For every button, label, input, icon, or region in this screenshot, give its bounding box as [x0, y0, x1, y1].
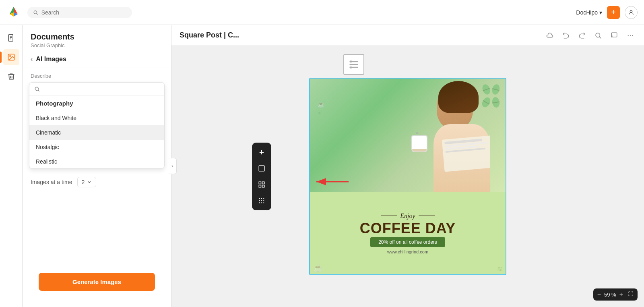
svg-point-12 — [596, 33, 600, 37]
canvas-tool-frame[interactable] — [254, 161, 269, 176]
zoom-level: 59 % — [604, 292, 616, 298]
canvas-tools — [544, 30, 636, 41]
svg-rect-27 — [259, 185, 261, 187]
poster-photo: ≋ — [310, 79, 506, 192]
document-title: Square Post | C... — [180, 31, 239, 39]
dropdown-search-icon — [34, 86, 40, 92]
main-layout: Documents Social Graphic ‹ AI Images Des… — [0, 25, 644, 307]
dropdown-option-cinematic[interactable]: Cinematic — [29, 125, 164, 140]
topbar-right: DocHipo ▾ + — [576, 6, 638, 19]
coffee-beans-deco — [483, 84, 500, 108]
style-dropdown[interactable]: Photography Black and White Cinematic No… — [29, 82, 165, 169]
enjoy-text: Enjoy — [381, 212, 434, 220]
svg-point-35 — [259, 202, 260, 203]
svg-point-33 — [261, 200, 262, 201]
search-input[interactable] — [41, 9, 126, 16]
cloud-save-icon[interactable] — [544, 30, 555, 41]
redo-icon[interactable] — [576, 30, 588, 41]
canvas-search-icon[interactable] — [592, 30, 604, 41]
ai-images-title: AI Images — [36, 56, 66, 63]
describe-label: Describe — [23, 68, 171, 81]
images-count-select[interactable]: 2 — [77, 177, 97, 187]
canvas-tool-add[interactable] — [254, 145, 269, 160]
chevron-down-icon: ▾ — [599, 9, 602, 16]
canvas-wrapper[interactable]: ≋ — [171, 46, 644, 307]
panel-header: Documents Social Graphic — [23, 25, 171, 51]
canvas-area: Square Post | C... — [171, 25, 644, 307]
dropdown-search-input[interactable] — [43, 86, 159, 92]
svg-point-17 — [632, 35, 633, 35]
search-bar[interactable] — [27, 7, 132, 18]
svg-point-34 — [263, 200, 264, 201]
pattern-icon[interactable] — [343, 54, 364, 75]
svg-point-9 — [9, 56, 10, 57]
dropdown-option-nostalgic[interactable]: Nostalgic — [29, 140, 164, 154]
svg-point-36 — [261, 202, 262, 203]
style-dropdown-container: Photography Black and White Cinematic No… — [29, 82, 165, 169]
back-button[interactable]: ‹ — [31, 56, 33, 63]
svg-point-16 — [630, 35, 631, 35]
svg-point-10 — [35, 87, 38, 90]
svg-point-31 — [263, 198, 264, 199]
website-text: www.chillingrind.com — [387, 249, 428, 254]
images-count-value: 2 — [82, 179, 85, 185]
generate-images-button[interactable]: Generate Images — [39, 273, 155, 291]
dochipo-label: DocHipo — [576, 9, 598, 16]
svg-line-11 — [38, 90, 39, 91]
svg-point-3 — [630, 10, 632, 12]
zoom-out-button[interactable]: − — [597, 291, 601, 298]
svg-rect-28 — [262, 185, 264, 187]
panel-subtitle: Social Graphic — [31, 42, 163, 48]
coffee-day-text: COFFEE DAY — [360, 221, 456, 236]
discount-badge: 20% off on all coffee orders — [370, 237, 445, 247]
dropdown-search-bar[interactable] — [29, 83, 164, 96]
logo[interactable] — [6, 4, 21, 21]
dropdown-list: Photography Black and White Cinematic No… — [29, 96, 164, 168]
dochipo-dropdown[interactable]: DocHipo ▾ — [576, 9, 602, 16]
images-at-a-time-row: Images at a time 2 — [23, 170, 171, 194]
canvas-topbar: Square Post | C... — [171, 25, 644, 46]
svg-point-29 — [259, 198, 260, 199]
chevron-down-icon — [87, 180, 92, 185]
dropdown-option-bw[interactable]: Black and White — [29, 111, 164, 125]
comment-icon[interactable] — [609, 30, 620, 41]
svg-rect-24 — [259, 166, 264, 171]
canvas-tool-grid[interactable] — [254, 177, 269, 192]
design-canvas[interactable]: ≋ — [309, 78, 506, 275]
undo-icon[interactable] — [560, 30, 572, 41]
zoom-in-button[interactable]: + — [619, 291, 623, 298]
dropdown-option-realistic[interactable]: Realistic — [29, 154, 164, 168]
user-icon[interactable] — [625, 6, 638, 19]
svg-point-30 — [261, 198, 262, 199]
svg-point-37 — [263, 202, 264, 203]
sidebar-item-ai-images[interactable] — [3, 49, 19, 65]
zoom-bar: − 59 % + — [593, 288, 638, 301]
more-options-icon[interactable] — [625, 30, 636, 41]
panel-collapse-button[interactable]: › — [168, 158, 177, 174]
search-icon — [33, 10, 38, 15]
canvas-tool-dots[interactable] — [254, 193, 269, 208]
svg-line-13 — [599, 37, 601, 38]
poster-bottom: ☕ ≋ Enjoy COFFEE DAY 20% off on all coff… — [310, 192, 506, 274]
svg-point-32 — [259, 200, 260, 201]
fullscreen-button[interactable] — [628, 291, 634, 298]
active-indicator — [0, 52, 2, 63]
left-coffee-deco: ☕ ≋ — [318, 101, 324, 115]
left-panel: Documents Social Graphic ‹ AI Images Des… — [23, 25, 171, 307]
add-button[interactable]: + — [607, 6, 620, 19]
svg-rect-26 — [262, 182, 264, 184]
generate-btn-wrapper: Generate Images — [23, 273, 171, 307]
svg-line-2 — [37, 13, 38, 15]
svg-point-1 — [34, 10, 37, 13]
sidebar-item-document[interactable] — [3, 30, 19, 46]
panel-title: Documents — [31, 32, 163, 41]
dropdown-option-photography[interactable]: Photography — [29, 96, 164, 111]
sidebar-item-trash[interactable] — [3, 68, 19, 85]
iconbar — [0, 25, 23, 307]
topbar: DocHipo ▾ + — [0, 0, 644, 25]
photo-background: ≋ — [310, 79, 506, 192]
images-label: Images at a time — [31, 179, 72, 185]
canvas-floating-toolbar — [252, 143, 271, 210]
svg-rect-25 — [259, 182, 261, 184]
ai-images-header: ‹ AI Images — [23, 51, 171, 68]
